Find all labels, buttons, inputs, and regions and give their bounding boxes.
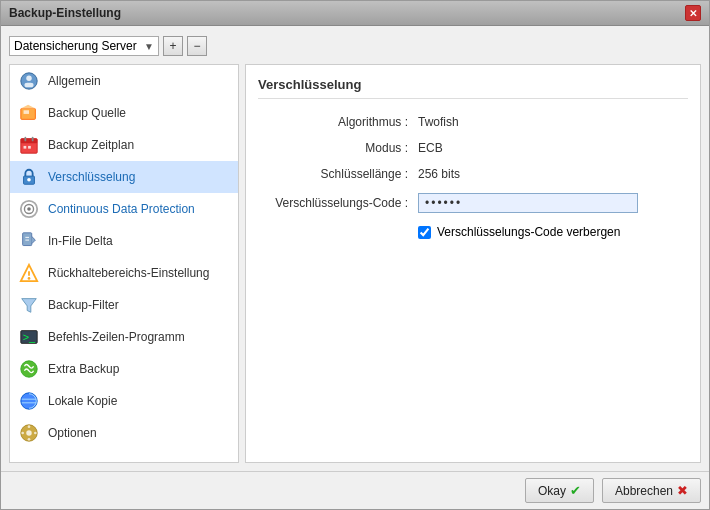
main-window: Backup-Einstellung ✕ Datensicherung Serv… bbox=[0, 0, 710, 510]
algorithm-row: Algorithmus : Twofish bbox=[258, 115, 688, 129]
bottom-bar: Okay ✔ Abbrechen ✖ bbox=[1, 471, 709, 509]
modus-row: Modus : ECB bbox=[258, 141, 688, 155]
sidebar-label-optionen: Optionen bbox=[48, 426, 97, 440]
svg-rect-10 bbox=[24, 146, 27, 149]
modus-value: ECB bbox=[418, 141, 443, 155]
sidebar-label-rueckhalte: Rückhaltebereichs-Einstellung bbox=[48, 266, 209, 280]
svg-rect-8 bbox=[24, 137, 26, 142]
sidebar-item-verschluesselung[interactable]: Verschlüsselung bbox=[10, 161, 238, 193]
svg-rect-17 bbox=[23, 233, 32, 246]
sidebar-item-lokale[interactable]: Lokale Kopie bbox=[10, 385, 238, 417]
svg-rect-9 bbox=[32, 137, 34, 142]
sidebar-label-backup-zeitplan: Backup Zeitplan bbox=[48, 138, 134, 152]
svg-rect-2 bbox=[24, 83, 33, 88]
hide-password-row: Verschlüsselungs-Code verbergen bbox=[418, 225, 688, 239]
password-label: Verschlüsselungs-Code : bbox=[258, 196, 418, 210]
algorithm-label: Algorithmus : bbox=[258, 115, 418, 129]
svg-point-32 bbox=[34, 432, 37, 435]
svg-marker-4 bbox=[21, 105, 36, 109]
cancel-button[interactable]: Abbrechen ✖ bbox=[602, 478, 701, 503]
key-length-label: Schlüssellänge : bbox=[258, 167, 418, 181]
svg-point-31 bbox=[21, 432, 24, 435]
hide-password-label: Verschlüsselungs-Code verbergen bbox=[437, 225, 620, 239]
options-icon bbox=[18, 422, 40, 444]
window-body: Datensicherung Server ▼ + − Allgeme bbox=[1, 26, 709, 471]
svg-point-16 bbox=[27, 207, 31, 211]
schedule-icon bbox=[18, 134, 40, 156]
svg-point-26 bbox=[21, 393, 37, 409]
sidebar-item-allgemein[interactable]: Allgemein bbox=[10, 65, 238, 97]
remove-button[interactable]: − bbox=[187, 36, 207, 56]
general-icon bbox=[18, 70, 40, 92]
chevron-down-icon: ▼ bbox=[144, 41, 154, 52]
sidebar: Allgemein Backup Quelle bbox=[9, 64, 239, 463]
encrypt-icon bbox=[18, 166, 40, 188]
svg-point-28 bbox=[26, 430, 31, 435]
password-row: Verschlüsselungs-Code : bbox=[258, 193, 688, 213]
profile-dropdown[interactable]: Datensicherung Server ▼ bbox=[9, 36, 159, 56]
sidebar-label-filter: Backup-Filter bbox=[48, 298, 119, 312]
sidebar-item-rueckhalte[interactable]: Rückhaltebereichs-Einstellung bbox=[10, 257, 238, 289]
sidebar-item-extra[interactable]: Extra Backup bbox=[10, 353, 238, 385]
add-button[interactable]: + bbox=[163, 36, 183, 56]
sidebar-label-cdp: Continuous Data Protection bbox=[48, 202, 195, 216]
content-panel: Verschlüsselung Algorithmus : Twofish Mo… bbox=[245, 64, 701, 463]
toolbar: Datensicherung Server ▼ + − bbox=[9, 34, 701, 58]
ok-icon: ✔ bbox=[570, 483, 581, 498]
password-input[interactable] bbox=[418, 193, 638, 213]
close-button[interactable]: ✕ bbox=[685, 5, 701, 21]
sidebar-item-cdp[interactable]: Continuous Data Protection bbox=[10, 193, 238, 225]
retention-icon bbox=[18, 262, 40, 284]
key-length-row: Schlüssellänge : 256 bits bbox=[258, 167, 688, 181]
svg-point-22 bbox=[28, 277, 31, 280]
hide-password-checkbox[interactable] bbox=[418, 226, 431, 239]
key-length-value: 256 bits bbox=[418, 167, 460, 181]
ok-label: Okay bbox=[538, 484, 566, 498]
cmd-icon: >_ bbox=[18, 326, 40, 348]
main-content: Allgemein Backup Quelle bbox=[9, 64, 701, 463]
cancel-label: Abbrechen bbox=[615, 484, 673, 498]
sidebar-label-extra: Extra Backup bbox=[48, 362, 119, 376]
extra-icon bbox=[18, 358, 40, 380]
svg-point-30 bbox=[28, 438, 31, 441]
sidebar-item-backup-quelle[interactable]: Backup Quelle bbox=[10, 97, 238, 129]
algorithm-value: Twofish bbox=[418, 115, 459, 129]
sidebar-item-in-file-delta[interactable]: In-File Delta bbox=[10, 225, 238, 257]
svg-rect-5 bbox=[24, 110, 29, 114]
svg-rect-11 bbox=[28, 146, 31, 149]
svg-point-25 bbox=[21, 361, 37, 377]
sidebar-item-backup-zeitplan[interactable]: Backup Zeitplan bbox=[10, 129, 238, 161]
delta-icon bbox=[18, 230, 40, 252]
cancel-icon: ✖ bbox=[677, 483, 688, 498]
svg-text:>_: >_ bbox=[23, 331, 36, 343]
sidebar-label-lokale: Lokale Kopie bbox=[48, 394, 117, 408]
panel-title: Verschlüsselung bbox=[258, 77, 688, 99]
sidebar-label-allgemein: Allgemein bbox=[48, 74, 101, 88]
filter-icon bbox=[18, 294, 40, 316]
sidebar-label-backup-quelle: Backup Quelle bbox=[48, 106, 126, 120]
sidebar-label-befehls: Befehls-Zeilen-Programm bbox=[48, 330, 185, 344]
svg-point-29 bbox=[28, 425, 31, 428]
sidebar-item-filter[interactable]: Backup-Filter bbox=[10, 289, 238, 321]
source-icon bbox=[18, 102, 40, 124]
ok-button[interactable]: Okay ✔ bbox=[525, 478, 594, 503]
svg-point-1 bbox=[26, 76, 31, 81]
sidebar-label-in-file-delta: In-File Delta bbox=[48, 234, 113, 248]
cdp-icon bbox=[18, 198, 40, 220]
svg-rect-7 bbox=[21, 139, 37, 144]
window-title: Backup-Einstellung bbox=[9, 6, 121, 20]
sidebar-item-befehls[interactable]: >_ Befehls-Zeilen-Programm bbox=[10, 321, 238, 353]
title-bar: Backup-Einstellung ✕ bbox=[1, 1, 709, 26]
dropdown-label: Datensicherung Server bbox=[14, 39, 137, 53]
sidebar-item-optionen[interactable]: Optionen bbox=[10, 417, 238, 449]
sidebar-label-verschluesselung: Verschlüsselung bbox=[48, 170, 135, 184]
svg-point-13 bbox=[27, 178, 31, 182]
local-icon bbox=[18, 390, 40, 412]
modus-label: Modus : bbox=[258, 141, 418, 155]
